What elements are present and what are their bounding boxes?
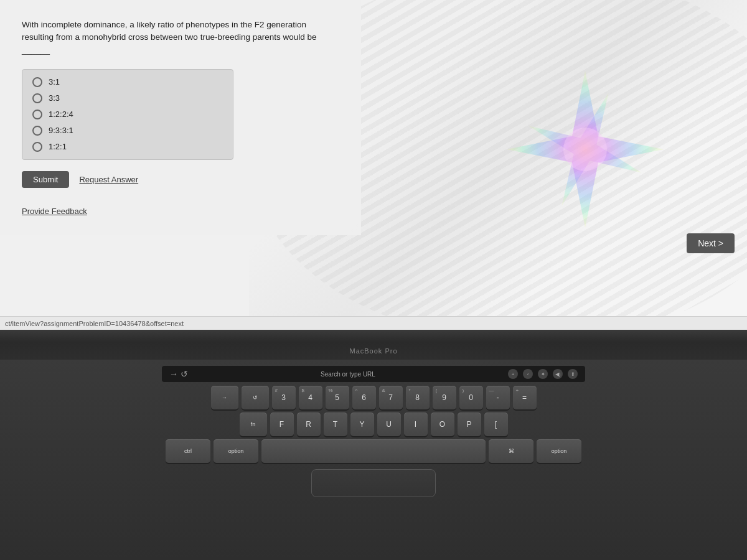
option-label-1: 3:1 [49,77,60,86]
key-i[interactable]: I [404,413,428,436]
trackpad[interactable] [311,469,436,497]
decorative-burst [498,62,672,236]
content-area: With incomplete dominance, a likely rati… [0,0,361,235]
options-box: 3:1 3:3 1:2:2:4 9:3:3:1 1:2:1 [22,69,233,160]
keyboard-rows: → ↺ # 3 $ 4 % 5 ^ 6 & 7 * [37,386,710,463]
option-item-5[interactable]: 1:2:1 [32,142,223,152]
touch-bar-back-icon[interactable]: ‹ [523,369,533,379]
question-text: With incomplete dominance, a likely rati… [22,19,339,57]
macbook-label-bar: MacBook Pro [0,342,747,360]
trackpad-row [37,469,710,497]
radio-1[interactable] [32,77,42,87]
key-7[interactable]: & 7 [379,386,403,409]
key-option[interactable]: option [214,439,258,463]
option-label-5: 1:2:1 [49,142,67,151]
touch-bar-volume-icon[interactable]: ◀) [553,369,563,379]
option-label-3: 1:2:2:4 [49,110,73,119]
provide-feedback-link[interactable]: Provide Feedback [22,207,87,216]
key-space[interactable] [261,439,486,463]
key-equals[interactable]: + = [513,386,537,409]
touch-bar-plus-icon[interactable]: + [508,369,518,379]
touch-bar-user-icon[interactable]: ⬆ [568,369,578,379]
status-url: ct/itemView?assignmentProblemID=10436478… [5,320,184,327]
key-fn[interactable]: fn [240,413,267,436]
refresh-icon[interactable]: ↺ [181,369,188,379]
option-label-4: 9:3:3:1 [49,126,73,135]
key-6[interactable]: ^ 6 [352,386,376,409]
next-button[interactable]: Next > [687,233,735,253]
key-4[interactable]: $ 4 [299,386,322,409]
key-r[interactable]: R [297,413,321,436]
option-label-2: 3:3 [49,93,60,103]
action-row: Submit Request Answer [22,171,339,188]
macbook-label: MacBook Pro [349,347,397,355]
touch-bar-nav: → ↺ [169,369,188,379]
key-p[interactable]: P [458,413,481,436]
key-row-space: ctrl option ⌘ option [37,439,710,463]
option-item-2[interactable]: 3:3 [32,93,223,103]
key-minus[interactable]: — - [486,386,510,409]
key-command-right[interactable]: ⌘ [489,439,533,463]
key-f[interactable]: F [270,413,294,436]
option-item-4[interactable]: 9:3:3:1 [32,126,223,136]
key-u[interactable]: U [377,413,401,436]
radio-5[interactable] [32,142,42,152]
key-t[interactable]: T [324,413,347,436]
laptop-bezel-top [0,330,747,342]
key-9[interactable]: ( 9 [433,386,456,409]
key-y[interactable]: Y [350,413,374,436]
key-arrow-left[interactable]: → [211,386,238,409]
key-8[interactable]: * 8 [406,386,430,409]
option-item-3[interactable]: 1:2:2:4 [32,110,223,119]
status-bar: ct/itemView?assignmentProblemID=10436478… [0,316,747,330]
key-3[interactable]: # 3 [272,386,296,409]
submit-button[interactable]: Submit [22,171,69,188]
key-0[interactable]: ) 0 [459,386,483,409]
screen-area: With incomplete dominance, a likely rati… [0,0,747,330]
radio-4[interactable] [32,126,42,136]
keyboard-area: → ↺ Search or type URL + ‹ ✦ ◀) ⬆ → ↺ # … [0,360,747,560]
key-5[interactable]: % 5 [326,386,349,409]
key-row-numbers: → ↺ # 3 $ 4 % 5 ^ 6 & 7 * [37,386,710,409]
key-bracket-open[interactable]: [ [484,413,508,436]
back-icon[interactable]: → [169,369,178,379]
touch-bar: → ↺ Search or type URL + ‹ ✦ ◀) ⬆ [162,366,585,382]
svg-point-2 [563,128,607,171]
radio-2[interactable] [32,93,42,103]
touch-bar-search[interactable]: Search or type URL [193,371,503,378]
option-item-1[interactable]: 3:1 [32,77,223,87]
key-o[interactable]: O [431,413,454,436]
key-option-right[interactable]: option [537,439,581,463]
key-ctrl[interactable]: ctrl [166,439,210,463]
key-refresh[interactable]: ↺ [242,386,269,409]
radio-3[interactable] [32,110,42,119]
touch-bar-settings-icon[interactable]: ✦ [538,369,548,379]
key-row-letters: fn F R T Y U I O P [ [37,413,710,436]
request-answer-button[interactable]: Request Answer [79,175,138,184]
